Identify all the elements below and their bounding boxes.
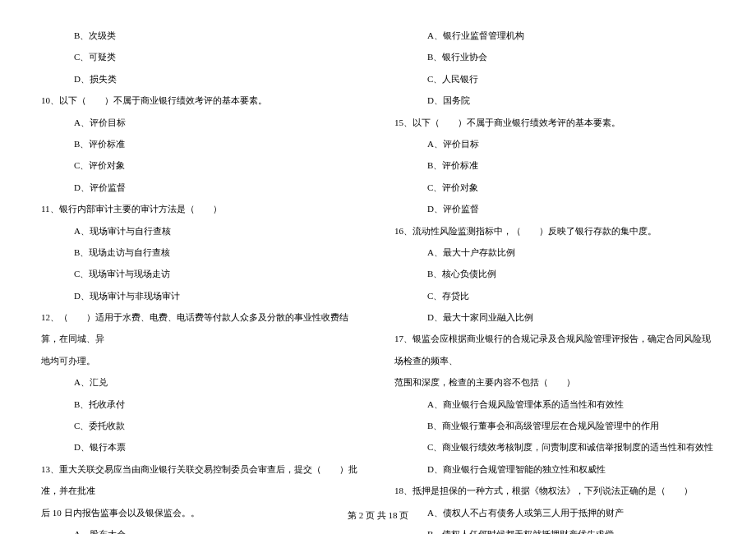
right_column-line-14: 17、银监会应根据商业银行的合规记录及合规风险管理评报告，确定合同风险现场检查的… — [394, 328, 715, 371]
left_column-line-12: D、现场审计与非现场审计 — [41, 285, 362, 306]
left_column-line-4: A、评价目标 — [41, 112, 362, 133]
right_column-line-10: A、最大十户存款比例 — [394, 242, 715, 263]
right_column-line-3: D、国务院 — [394, 90, 715, 111]
left_column-line-16: B、托收承付 — [41, 394, 362, 415]
right_column-line-1: B、银行业协会 — [394, 46, 715, 67]
right_column-line-22: B、债权人任何时候都无权就抵押财产优先求偿 — [394, 523, 715, 534]
page-footer: 第 2 页 共 18 页 — [0, 509, 756, 522]
right_column-line-11: B、核心负债比例 — [394, 263, 715, 284]
right_column-line-0: A、银行业监督管理机构 — [394, 25, 715, 46]
left_column-line-9: A、现场审计与自行查核 — [41, 220, 362, 242]
left_column-line-6: C、评价对象 — [41, 154, 362, 176]
left_column-line-14: 地均可办理。 — [41, 350, 362, 371]
left_column-line-7: D、评价监督 — [41, 177, 362, 198]
right_column-line-4: 15、以下（ ）不属于商业银行绩效考评的基本要素。 — [394, 112, 715, 133]
left_column-line-3: 10、以下（ ）不属于商业银行绩效考评的基本要素。 — [41, 90, 362, 111]
right_column-line-2: C、人民银行 — [394, 68, 715, 90]
right_column-line-17: B、商业银行董事会和高级管理层在合规风险管理中的作用 — [394, 415, 715, 436]
right_column-line-12: C、存贷比 — [394, 285, 715, 306]
left_column-line-5: B、评价标准 — [41, 133, 362, 154]
right_column-line-19: D、商业银行合规管理智能的独立性和权威性 — [394, 458, 715, 480]
right_column-line-8: D、评价监督 — [394, 198, 715, 219]
left_column-line-18: D、银行本票 — [41, 436, 362, 458]
right_column-line-18: C、商业银行绩效考核制度，问责制度和诚信举报制度的适当性和有效性 — [394, 436, 715, 458]
left_column-line-21: A、股东大会 — [41, 523, 362, 534]
left_column-line-11: C、现场审计与现场走访 — [41, 263, 362, 284]
right_column-line-20: 18、抵押是担保的一种方式，根据《物权法》，下列说法正确的是（ ） — [394, 480, 715, 501]
left_column-line-2: D、损失类 — [41, 68, 362, 90]
left-column: B、次级类C、可疑类D、损失类10、以下（ ）不属于商业银行绩效考评的基本要素。… — [41, 25, 362, 501]
left_column-line-10: B、现场走访与自行查核 — [41, 242, 362, 263]
right_column-line-15: 范围和深度，检查的主要内容不包括（ ） — [394, 371, 715, 393]
right_column-line-5: A、评价目标 — [394, 133, 715, 154]
left_column-line-15: A、汇兑 — [41, 371, 362, 393]
right_column-line-7: C、评价对象 — [394, 177, 715, 198]
left_column-line-17: C、委托收款 — [41, 415, 362, 436]
left_column-line-1: C、可疑类 — [41, 46, 362, 67]
right-column: A、银行业监督管理机构B、银行业协会C、人民银行D、国务院15、以下（ ）不属于… — [394, 25, 715, 501]
right_column-line-16: A、商业银行合规风险管理体系的适当性和有效性 — [394, 394, 715, 415]
right_column-line-13: D、最大十家同业融入比例 — [394, 306, 715, 328]
left_column-line-0: B、次级类 — [41, 25, 362, 46]
left_column-line-8: 11、银行内部审计主要的审计方法是（ ） — [41, 198, 362, 219]
left_column-line-19: 13、重大关联交易应当由商业银行关联交易控制委员会审查后，提交（ ）批准，并在批… — [41, 458, 362, 502]
right_column-line-6: B、评价标准 — [394, 154, 715, 176]
right_column-line-9: 16、流动性风险监测指标中，（ ）反映了银行存款的集中度。 — [394, 220, 715, 242]
left_column-line-13: 12、（ ）适用于水费、电费、电话费等付款人众多及分散的事业性收费结算，在同城、… — [41, 306, 362, 350]
page-content: B、次级类C、可疑类D、损失类10、以下（ ）不属于商业银行绩效考评的基本要素。… — [41, 25, 715, 501]
